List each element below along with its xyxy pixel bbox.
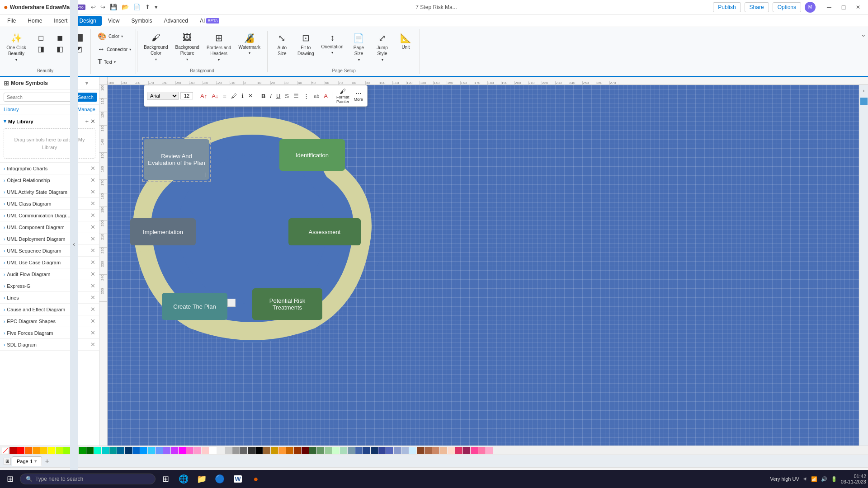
close-item-btn[interactable]: ✕ — [90, 294, 95, 301]
close-item-btn[interactable]: ✕ — [90, 271, 95, 277]
jump-style-button[interactable]: ⤢ JumpStyle ▾ — [372, 31, 393, 64]
menu-insert[interactable]: Insert — [48, 16, 73, 26]
color-swatch[interactable] — [432, 447, 439, 454]
color-swatch[interactable] — [202, 447, 209, 454]
list-item[interactable]: ›UML Deployment Diagram ✕ — [0, 233, 99, 245]
color-swatch[interactable] — [79, 447, 86, 454]
close-item-btn[interactable]: ✕ — [90, 247, 95, 254]
color-swatch[interactable] — [471, 447, 478, 454]
my-lib-close-btn[interactable]: ✕ — [90, 118, 95, 125]
color-swatch[interactable] — [263, 447, 270, 454]
color-swatch[interactable] — [455, 447, 462, 454]
font-size-increase[interactable]: A↑ — [199, 92, 208, 100]
color-swatch[interactable] — [171, 447, 178, 454]
color-swatch[interactable] — [240, 447, 247, 454]
color-swatch[interactable] — [186, 447, 193, 454]
orientation-button[interactable]: ↕ Orientation ▾ — [319, 31, 346, 56]
color-swatch[interactable] — [271, 447, 278, 454]
connector-dropdown[interactable]: ↔ Connector ▾ — [96, 44, 133, 55]
color-swatch[interactable] — [132, 447, 140, 454]
background-color-button[interactable]: 🖌 BackgroundColor ▾ — [141, 31, 170, 63]
color-swatch[interactable] — [117, 447, 124, 454]
menu-home[interactable]: Home — [22, 16, 47, 26]
superscript-button[interactable]: ab — [312, 92, 321, 99]
font-select[interactable]: Arial — [147, 92, 179, 100]
color-swatch[interactable] — [448, 447, 455, 454]
color-swatch[interactable] — [332, 447, 340, 454]
color-swatch[interactable] — [94, 447, 101, 454]
taskbar-explorer[interactable]: 📁 — [193, 471, 210, 487]
italic-button[interactable]: I — [269, 92, 273, 100]
toolbar-close-button[interactable]: ✕ — [247, 92, 254, 100]
color-swatch[interactable] — [217, 447, 224, 454]
color-swatch[interactable] — [302, 447, 309, 454]
font-size-input[interactable] — [180, 92, 193, 99]
list-item[interactable]: ›SDL Diagram ✕ — [0, 339, 99, 351]
color-swatch[interactable] — [148, 447, 155, 454]
list-item[interactable]: ›Five Forces Diagram ✕ — [0, 327, 99, 339]
beautify-style2[interactable]: ◼ — [51, 33, 69, 43]
color-swatch[interactable] — [355, 447, 363, 454]
font-color-button[interactable]: A — [322, 92, 329, 100]
close-item-btn[interactable]: ✕ — [90, 341, 95, 348]
options-button[interactable]: Options — [773, 2, 801, 12]
color-swatch[interactable] — [40, 447, 47, 454]
list-item[interactable]: ›UML Use Case Diagram ✕ — [0, 257, 99, 268]
list-item[interactable]: ›UML Component Diagram ✕ — [0, 221, 99, 233]
color-swatch[interactable] — [232, 447, 240, 454]
menu-view[interactable]: View — [103, 16, 125, 26]
color-swatch[interactable] — [371, 447, 378, 454]
list-item[interactable]: ›Cause and Effect Diagram ✕ — [0, 304, 99, 315]
close-item-btn[interactable]: ✕ — [90, 235, 95, 242]
close-item-btn[interactable]: ✕ — [90, 165, 95, 172]
color-swatch[interactable] — [340, 447, 347, 454]
page-icon[interactable]: ⊞ — [4, 458, 11, 465]
undo-button[interactable]: ↩ — [89, 3, 98, 11]
start-button[interactable]: ⊞ — [2, 471, 18, 487]
color-swatch[interactable] — [286, 447, 293, 454]
color-swatch[interactable] — [86, 447, 94, 454]
panel-collapse-arrow[interactable]: ‹ — [70, 77, 78, 446]
taskbar-search[interactable]: 🔍 Type here to search — [20, 474, 156, 484]
align-button[interactable]: ≡ — [222, 92, 228, 100]
taskbar-word[interactable]: W — [230, 471, 246, 487]
color-swatch[interactable] — [294, 447, 301, 454]
shape-risk-treatments[interactable]: Potential Risk Treatments — [252, 288, 322, 320]
color-swatch[interactable] — [63, 447, 71, 454]
color-swatch[interactable] — [179, 447, 186, 454]
menu-file[interactable]: File — [2, 16, 21, 26]
taskbar-task-view[interactable]: ⊞ — [157, 471, 174, 487]
manage-button[interactable]: Manage — [77, 107, 95, 112]
fit-to-drawing-button[interactable]: ⊡ Fit toDrawing — [295, 31, 317, 58]
color-swatch[interactable] — [156, 447, 163, 454]
tab-close-button[interactable]: ▾ — [34, 458, 37, 464]
info-button[interactable]: ℹ — [240, 92, 245, 100]
color-swatch[interactable] — [440, 447, 447, 454]
color-swatch[interactable] — [255, 447, 263, 454]
paint-fill-button[interactable]: 🖊 — [230, 92, 238, 100]
color-swatch[interactable] — [325, 447, 332, 454]
color-swatch[interactable] — [209, 447, 217, 454]
save-button[interactable]: 💾 — [108, 3, 119, 11]
color-swatch[interactable] — [109, 447, 117, 454]
unordered-list-button[interactable]: ⋮ — [302, 92, 311, 100]
ribbon-collapse-button[interactable]: ⌄ — [861, 31, 866, 38]
close-item-btn[interactable]: ✕ — [90, 188, 95, 195]
color-swatch[interactable] — [478, 447, 486, 454]
color-swatch[interactable] — [309, 447, 316, 454]
color-swatch[interactable] — [425, 447, 432, 454]
close-item-btn[interactable]: ✕ — [90, 224, 95, 230]
text-dropdown[interactable]: T Text ▾ — [96, 56, 133, 67]
taskbar-edrawmax[interactable]: ● — [248, 471, 264, 487]
color-swatch[interactable] — [278, 447, 286, 454]
strikethrough-button[interactable]: S — [283, 92, 290, 100]
search-input[interactable] — [4, 93, 72, 102]
open-button[interactable]: 📂 — [120, 3, 131, 11]
shape-implementation[interactable]: Implementation — [130, 218, 196, 245]
right-sidebar-expand[interactable]: › — [862, 87, 866, 95]
color-swatch[interactable] — [401, 447, 409, 454]
one-click-beautify-button[interactable]: ✨ One ClickBeautify ▾ — [3, 31, 30, 64]
color-swatch[interactable] — [248, 447, 255, 454]
close-item-btn[interactable]: ✕ — [90, 318, 95, 324]
close-item-btn[interactable]: ✕ — [90, 259, 95, 266]
